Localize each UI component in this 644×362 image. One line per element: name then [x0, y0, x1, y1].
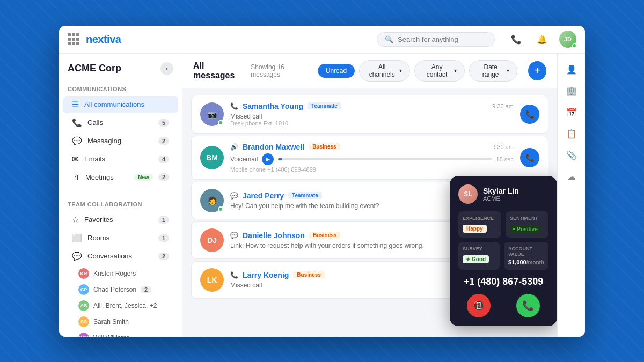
- logo-text: nextiva: [86, 33, 121, 46]
- experience-value: Happy: [463, 225, 487, 233]
- date-range-label: Date range: [477, 63, 504, 78]
- right-icon-bar: 👤 🏢 📅 📋 📎 ☁: [557, 54, 585, 337]
- sub-avatar: WW: [78, 333, 89, 337]
- right-icon-list[interactable]: 📋: [562, 124, 581, 144]
- notifications-button[interactable]: 🔔: [533, 31, 551, 48]
- audio-duration: 15 sec: [496, 156, 514, 162]
- online-indicator: [572, 43, 576, 48]
- msg-avatar-brandon: BM: [200, 146, 224, 169]
- msg-preview-sub: Desk phone Ext. 1010: [230, 120, 514, 127]
- all-channels-label: All channels: [367, 63, 397, 78]
- sidebar-item-calls[interactable]: 📞 Calls 5: [63, 114, 178, 131]
- right-icon-building[interactable]: 🏢: [562, 82, 581, 101]
- sub-item-sarah[interactable]: SS Sarah Smith: [59, 314, 182, 330]
- sidebar-item-messaging[interactable]: 💬 Messaging 2: [63, 132, 178, 150]
- call-info-row-2: SURVEY ★ Good ACCOUNT VALUE $1,000/month: [458, 242, 548, 270]
- sub-item-label: Kristen Rogers: [93, 270, 136, 277]
- accept-icon: 📞: [522, 300, 534, 312]
- sub-badge: 2: [141, 286, 151, 293]
- sub-item-label: Chad Peterson: [93, 286, 136, 293]
- experience-label: EXPERIENCE: [463, 216, 497, 221]
- rooms-icon: ⬜: [72, 233, 82, 243]
- add-message-button[interactable]: +: [528, 61, 546, 80]
- decline-call-button[interactable]: 📵: [467, 294, 491, 317]
- messages-header: All messages Showing 16 messages Unread …: [182, 54, 557, 88]
- unread-filter-button[interactable]: Unread: [318, 64, 355, 78]
- survey-value: ★ Good: [463, 255, 489, 263]
- sub-avatar: KR: [78, 268, 89, 279]
- avatar-initials: BM: [206, 153, 218, 162]
- sentiment-box: SENTIMENT ♥ Positive: [506, 211, 548, 238]
- caller-phone: +1 (480) 867-5309: [458, 276, 548, 287]
- sentiment-label: SENTIMENT: [510, 216, 544, 221]
- voicemail-row: Voicemail ▶ 15 sec: [230, 153, 514, 165]
- message-icon: 💬: [230, 232, 238, 239]
- right-icon-calendar[interactable]: 📅: [562, 103, 581, 122]
- user-avatar-nav[interactable]: JD: [559, 31, 576, 48]
- right-icon-contact[interactable]: 👤: [562, 60, 581, 79]
- message-item-samantha[interactable]: 📷 📞 Samantha Young Teammate 9:30 am Miss…: [191, 95, 548, 134]
- any-contact-filter-button[interactable]: Any contact ▾: [414, 60, 465, 82]
- sidebar-item-label: Messaging: [87, 137, 153, 145]
- communications-section-title: Communications: [59, 79, 182, 95]
- call-info-row-1: EXPERIENCE Happy SENTIMENT ♥ Positive: [458, 211, 548, 238]
- sub-item-chad[interactable]: CP Chad Peterson 2: [59, 282, 182, 298]
- call-button-samantha[interactable]: 📞: [520, 105, 539, 124]
- call-type-icon: 📞: [230, 102, 238, 110]
- messages-list: 📷 📞 Samantha Young Teammate 9:30 am Miss…: [182, 88, 557, 337]
- phone-nav-button[interactable]: 📞: [508, 31, 525, 48]
- survey-box: SURVEY ★ Good: [458, 242, 500, 270]
- sidebar-item-meetings[interactable]: 🗓 Meetings New 2: [63, 169, 178, 186]
- avatar-initials: LK: [207, 276, 217, 284]
- message-icon: 💬: [230, 192, 238, 200]
- date-range-filter-button[interactable]: Date range ▾: [469, 60, 518, 82]
- favorites-icon: ☆: [72, 215, 79, 225]
- sidebar-item-all-communications[interactable]: ☰ All communications: [63, 96, 178, 113]
- rooms-badge: 1: [158, 234, 169, 242]
- msg-avatar-samantha: 📷: [200, 102, 224, 126]
- call-icon: 📞: [230, 271, 238, 279]
- sidebar-item-label: Conversations: [87, 252, 153, 260]
- accept-call-button[interactable]: 📞: [516, 294, 540, 317]
- right-icon-attachment[interactable]: 📎: [562, 146, 581, 165]
- decline-icon: 📵: [473, 300, 485, 312]
- audio-progress-bar[interactable]: [278, 158, 492, 160]
- all-channels-filter-button[interactable]: All channels ▾: [359, 60, 410, 82]
- msg-name: Jared Perry: [243, 191, 284, 200]
- caller-info: Skylar Lin ACME: [483, 187, 519, 202]
- favorites-badge: 1: [158, 216, 169, 224]
- sub-item-label: Sarah Smith: [93, 318, 129, 326]
- caller-avatar: SL: [458, 184, 478, 204]
- sub-item-alli[interactable]: AB Alli, Brent, Jessica, +2: [59, 298, 182, 314]
- call-button-brandon[interactable]: 📞: [520, 148, 539, 167]
- right-icon-cloud[interactable]: ☁: [562, 167, 581, 187]
- msg-avatar-jared: 🧑: [200, 189, 224, 212]
- play-button[interactable]: ▶: [262, 153, 274, 165]
- call-actions: 📵 📞: [458, 294, 548, 317]
- grid-menu-icon[interactable]: [68, 33, 79, 45]
- conversations-icon: 💬: [72, 252, 82, 261]
- sub-item-kristen[interactable]: KR Kristen Rogers: [59, 265, 182, 282]
- msg-time: 9:30 am: [492, 103, 514, 109]
- search-icon: 🔍: [385, 35, 393, 43]
- sidebar-item-emails[interactable]: ✉ Emails 4: [63, 151, 178, 168]
- sub-item-will[interactable]: WW Will Williams: [59, 330, 182, 337]
- sidebar-item-conversations[interactable]: 💬 Conversations 2: [63, 248, 178, 265]
- msg-name: Samantha Young: [243, 102, 303, 110]
- sidebar-item-label: Calls: [87, 119, 153, 127]
- message-item-brandon[interactable]: BM 🔊 Brandon Maxwell Business 9:30 am Vo…: [191, 136, 548, 180]
- body-layout: ACME Corp ‹ Communications ☰ All communi…: [59, 54, 585, 337]
- search-bar[interactable]: 🔍: [377, 32, 495, 47]
- msg-top: 📞 Samantha Young Teammate 9:30 am: [230, 102, 514, 110]
- team-section-title: Team collaboration: [59, 195, 182, 211]
- survey-label: SURVEY: [463, 246, 495, 252]
- msg-tag-business: Business: [309, 232, 340, 239]
- sidebar-item-favorites[interactable]: ☆ Favorites 1: [63, 211, 178, 228]
- sidebar-item-rooms[interactable]: ⬜ Rooms 1: [63, 230, 178, 247]
- messages-filters: Unread All channels ▾ Any contact ▾ Date…: [318, 60, 518, 82]
- meetings-new-badge: New: [134, 174, 153, 181]
- account-value-box: ACCOUNT VALUE $1,000/month: [504, 242, 548, 270]
- collapse-button[interactable]: ‹: [160, 62, 173, 75]
- msg-name: Larry Koenig: [243, 271, 289, 279]
- search-input[interactable]: [398, 35, 487, 43]
